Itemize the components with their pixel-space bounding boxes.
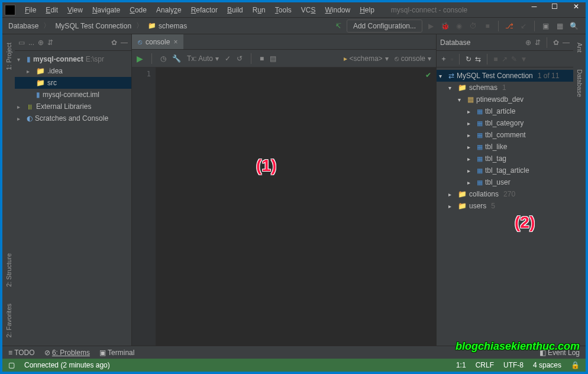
menu-analyze[interactable]: Analyze xyxy=(151,4,186,16)
db-table[interactable]: ▸▦tbl_tag xyxy=(437,153,573,165)
stop-icon[interactable]: ■ xyxy=(493,55,497,63)
build-hammer-icon[interactable]: ↸ xyxy=(332,20,344,32)
db-collations[interactable]: ▸ 📁 collations 270 xyxy=(437,188,573,200)
tx-history-icon[interactable]: ◷ xyxy=(160,54,166,63)
run-icon[interactable]: ▶ xyxy=(425,20,437,32)
expand-all-icon[interactable]: ⇵ xyxy=(47,38,53,47)
sync-icon[interactable]: ⇆ xyxy=(475,55,481,63)
execute-icon[interactable]: ▶ xyxy=(137,54,143,63)
chevron-down-icon: ▾ xyxy=(215,54,219,63)
line-separator[interactable]: CRLF xyxy=(476,361,494,369)
db-table[interactable]: ▸▦tbl_article xyxy=(437,105,573,117)
crumb-schemas[interactable]: schemas xyxy=(159,22,187,30)
todo-tool[interactable]: ≡ TODO xyxy=(8,349,35,357)
encoding[interactable]: UTF-8 xyxy=(503,361,524,369)
cursor-position[interactable]: 1:1 xyxy=(456,361,466,369)
db-table[interactable]: ▸▦tbl_user xyxy=(437,176,573,188)
tree-src[interactable]: 📁 src xyxy=(15,77,131,89)
folder-icon: 📁 xyxy=(458,202,467,210)
search-everywhere-icon[interactable]: 🔍 xyxy=(568,20,580,32)
rollback-icon[interactable]: ↺ xyxy=(237,54,243,63)
git-icon[interactable]: ⎇ xyxy=(503,20,515,32)
tree-idea[interactable]: ▸ 📁 .idea xyxy=(15,65,131,77)
profile-icon[interactable]: ⏱ xyxy=(467,20,479,32)
new-icon[interactable]: ＋ xyxy=(440,54,447,64)
event-log-tool[interactable]: ◧ Event Log xyxy=(539,349,580,357)
hide-panel-icon[interactable]: — xyxy=(563,38,570,47)
coverage-icon[interactable]: ◉ xyxy=(453,20,465,32)
menu-help[interactable]: Help xyxy=(355,4,379,16)
inspection-ok-icon[interactable]: ✔ xyxy=(425,71,431,79)
add-datasource-icon[interactable]: ⊕ xyxy=(525,38,531,47)
db-table[interactable]: ▸▦tbl_like xyxy=(437,141,573,153)
tool-windows-icon[interactable]: ▢ xyxy=(8,361,15,369)
console-selector[interactable]: ⎋ console ▾ xyxy=(395,54,431,63)
menu-edit[interactable]: Edit xyxy=(41,4,63,16)
menu-navigate[interactable]: Navigate xyxy=(88,4,125,16)
editor-text[interactable]: ✔ (1) xyxy=(156,67,436,346)
menu-build[interactable]: Build xyxy=(222,4,248,16)
avatar-icon[interactable]: ▣ xyxy=(539,20,551,32)
close-tab-icon[interactable]: × xyxy=(173,38,177,46)
menu-window[interactable]: Window xyxy=(320,4,355,16)
crumb-connection[interactable]: MySQL Test Connection xyxy=(55,22,131,30)
collapse-all-icon[interactable]: ⇵ xyxy=(535,38,541,47)
annotation-1: (1) xyxy=(256,156,276,175)
readonly-lock-icon[interactable]: 🔒 xyxy=(571,361,580,369)
debug-icon[interactable]: 🐞 xyxy=(439,20,451,32)
tx-mode[interactable]: Tx: Auto xyxy=(187,54,213,63)
stop-query-icon[interactable]: ■ xyxy=(260,54,264,63)
update-project-icon[interactable]: ↙ xyxy=(518,20,529,32)
filter-icon[interactable]: ▼ xyxy=(521,55,528,63)
rail-favorites[interactable]: 2: Favorites xyxy=(4,301,14,340)
menu-code[interactable]: Code xyxy=(125,4,151,16)
window-maximize[interactable]: ☐ xyxy=(544,0,564,13)
refresh-icon[interactable]: ↻ xyxy=(466,55,471,63)
crumb-database[interactable]: Database xyxy=(8,22,38,30)
editor-tab-console[interactable]: ⎋ console × xyxy=(132,34,183,49)
settings-gear-icon[interactable]: ✿ xyxy=(111,38,117,47)
db-table[interactable]: ▸▦tbl_tag_article xyxy=(437,165,573,176)
window-close[interactable]: ✕ xyxy=(564,0,588,13)
settings-gear-icon[interactable]: ✿ xyxy=(553,38,559,47)
tree-external-libs[interactable]: ▸ ⫼ External Libraries xyxy=(15,101,131,112)
problems-tool[interactable]: ⊘ 6: Problems xyxy=(44,349,90,357)
rail-database[interactable]: Database xyxy=(575,67,584,99)
menu-view[interactable]: View xyxy=(63,4,88,16)
edit-icon[interactable]: ✎ xyxy=(511,55,517,63)
db-table[interactable]: ▸▦tbl_comment xyxy=(437,129,573,141)
tree-iml[interactable]: ▮ mysql-connect.iml xyxy=(15,89,131,101)
add-configuration-button[interactable]: Add Configuration... xyxy=(347,20,422,33)
rail-ant[interactable]: Ant xyxy=(575,40,584,55)
db-connection-root[interactable]: ▾ ⇄ MySQL Test Connection 1 of 11 xyxy=(437,70,573,82)
tree-scratches[interactable]: ▸ ◐ Scratches and Console xyxy=(15,112,131,124)
window-minimize[interactable]: ─ xyxy=(524,0,544,13)
explain-plan-icon[interactable]: ▤ xyxy=(270,54,276,63)
menu-file[interactable]: File xyxy=(20,4,41,16)
db-users[interactable]: ▸ 📁 users 5 xyxy=(437,200,573,212)
db-database[interactable]: ▾ ▦ ptinewsdb_dev xyxy=(437,94,573,105)
project-root[interactable]: ▾ ▮ mysql-connect E:\spr xyxy=(15,53,131,65)
menu-refactor[interactable]: Refactor xyxy=(186,4,222,16)
stop-icon[interactable]: ■ xyxy=(482,20,493,32)
db-schemas[interactable]: ▾ 📁 schemas 1 xyxy=(437,82,573,94)
indent[interactable]: 4 spaces xyxy=(533,361,561,369)
menu-vcs[interactable]: VCS xyxy=(296,4,321,16)
hide-panel-icon[interactable]: — xyxy=(121,38,128,47)
menu-tools[interactable]: Tools xyxy=(270,4,296,16)
tx-settings-icon[interactable]: 🔧 xyxy=(172,54,181,63)
ide-settings-icon[interactable]: ▦ xyxy=(554,20,566,32)
menu-run[interactable]: Run xyxy=(248,4,270,16)
duplicate-icon[interactable]: ▫ xyxy=(451,55,453,63)
jump-to-ddl-icon[interactable]: ↗ xyxy=(502,55,508,63)
commit-icon[interactable]: ✓ xyxy=(225,54,231,63)
schema-selector[interactable]: ▸ <schema> ▾ xyxy=(344,54,389,63)
database-panel-title: Database xyxy=(440,38,470,47)
terminal-tool[interactable]: ▣ Terminal xyxy=(99,349,134,357)
db-table[interactable]: ▸▦tbl_category xyxy=(437,117,573,129)
project-view-icon[interactable]: ▭ xyxy=(18,38,25,47)
rail-structure[interactable]: 2: Structure xyxy=(4,251,14,289)
select-opened-file-icon[interactable]: ⊕ xyxy=(38,38,44,47)
rail-project[interactable]: 1: Project xyxy=(4,40,14,72)
project-dropdown-icon[interactable]: ... xyxy=(28,38,34,47)
